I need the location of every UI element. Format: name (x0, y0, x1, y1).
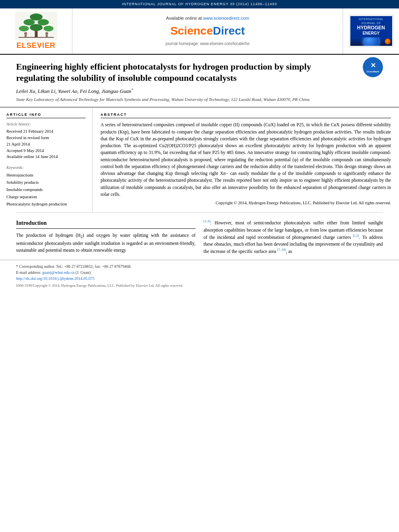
keyword-2: Solubility products (6, 179, 86, 186)
footer-area: * Corresponding author. Tel.: +86 27 872… (0, 260, 399, 292)
introduction-text-right: [1–6]. However, most of semiconductor ph… (204, 219, 383, 255)
svg-point-10 (45, 32, 48, 35)
svg-rect-7 (35, 31, 37, 37)
accepted-date: Accepted 9 May 2014 (6, 148, 86, 154)
elsevier-tree-icon (12, 12, 60, 40)
svg-rect-12 (45, 35, 47, 37)
article-info-column: ARTICLE INFO Article history: Received 2… (0, 107, 93, 213)
keyword-5: Photocatalytic hydrogen production (6, 201, 86, 208)
received-revised-date: Received in revised form Received in rev… (6, 135, 86, 148)
svg-point-9 (24, 32, 27, 35)
elsevier-label: ELSEVIER (16, 41, 56, 51)
page: INTERNATIONAL JOURNAL OF HYDROGEN ENERGY… (0, 0, 399, 532)
journal-cover: International Journal of HYDROGEN ENERGY (349, 15, 393, 47)
footer-bottom-text: 0360-3199/Copyright © 2014, Hydrogen Ene… (16, 283, 383, 289)
article-info-label: ARTICLE INFO (6, 112, 86, 119)
keywords-heading: Keywords: (6, 165, 86, 170)
svg-point-5 (30, 24, 43, 31)
authors: Leilei Xu, Likun Li, Yuwei Ao, Fei Long,… (16, 87, 383, 95)
crossmark-icon: ✕ (370, 61, 376, 70)
article-title: Engineering highly efficient photocataly… (16, 61, 330, 84)
keyword-1: Heterojunctions (6, 172, 86, 179)
introduction-heading: Introduction (16, 219, 195, 229)
crossmark-label: CrossMark (366, 70, 379, 73)
sciencedirect-link[interactable]: www.sciencedirect.com (203, 16, 249, 21)
top-banner: INTERNATIONAL JOURNAL OF HYDROGEN ENERGY… (0, 0, 399, 8)
body-left-column: Introduction The production of hydrogen … (16, 219, 195, 255)
svg-point-1 (30, 13, 43, 21)
header-area: ELSEVIER Available online at www.science… (0, 8, 399, 55)
crossmark-badge[interactable]: ✕ CrossMark (363, 57, 383, 77)
keywords-section: Keywords: Heterojunctions Solubility pro… (6, 165, 86, 207)
content-area: ARTICLE INFO Article history: Received 2… (0, 107, 399, 213)
footer-doi: http://dx.doi.org/10.1016/j.ijhydene.201… (16, 275, 383, 281)
available-online-text: Available online at www.sciencedirect.co… (166, 15, 249, 21)
abstract-column: ABSTRACT A series of heterostructured co… (93, 107, 399, 213)
crossmark-area[interactable]: ✕ CrossMark (363, 57, 383, 77)
science-text: Science (170, 25, 213, 37)
keyword-4: Charge separation (6, 193, 86, 201)
abstract-label: ABSTRACT (101, 112, 391, 119)
elsevier-logo-area: ELSEVIER (0, 8, 72, 54)
header-center: Available online at www.sciencedirect.co… (72, 8, 343, 54)
footer-corresponding: * Corresponding author. Tel.: +86 27 872… (16, 263, 383, 269)
introduction-text-left: The production of hydrogen (H2) and oxyg… (16, 232, 195, 254)
svg-point-4 (19, 26, 29, 31)
received-date: Received 21 February 2014 (6, 128, 86, 135)
sciencedirect-logo: ScienceDirect (170, 23, 245, 39)
direct-text: Direct (213, 25, 245, 37)
journal-cover-area: International Journal of HYDROGEN ENERGY (343, 8, 399, 54)
body-area: Introduction The production of hydrogen … (0, 213, 399, 255)
title-area: Engineering highly efficient photocataly… (0, 55, 399, 107)
history-heading: Article history: (6, 121, 86, 127)
journal-homepage-text: journal homepage: www.elsevier.com/locat… (166, 41, 249, 47)
article-history-section: Article history: Received 21 February 20… (6, 121, 86, 160)
affiliation: State Key Laboratory of Advanced Technol… (16, 97, 383, 103)
footer-email-link[interactable]: guanj@whut.edu.cn (42, 270, 76, 275)
footer-email: E-mail address: guanj@whut.edu.cn (J. Gu… (16, 269, 383, 275)
keyword-3: Insoluble compounds (6, 186, 86, 193)
body-right-column: [1–6]. However, most of semiconductor ph… (204, 219, 383, 255)
copyright-text: Copyright © 2014, Hydrogen Energy Public… (101, 200, 391, 206)
elsevier-logo: ELSEVIER (12, 12, 60, 51)
svg-rect-11 (25, 35, 27, 37)
banner-text: INTERNATIONAL JOURNAL OF HYDROGEN ENERGY… (122, 2, 277, 6)
svg-point-6 (43, 26, 53, 31)
abstract-text: A series of heterostructured composites … (101, 121, 391, 198)
available-online-date: Available online 14 June 2014 (6, 154, 86, 160)
footer-doi-link[interactable]: http://dx.doi.org/10.1016/j.ijhydene.201… (16, 276, 95, 281)
